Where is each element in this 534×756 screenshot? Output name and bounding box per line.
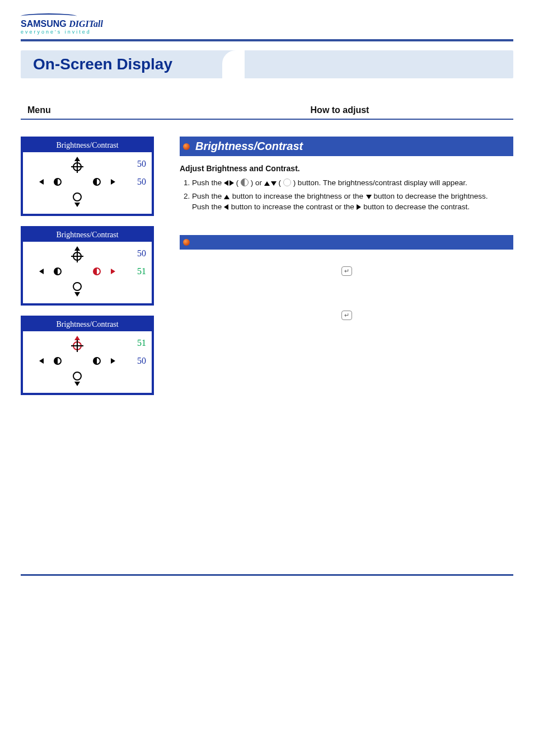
page-title: On-Screen Display — [21, 55, 172, 73]
bullet-icon — [183, 143, 190, 150]
column-header-howto: How to adjust — [166, 105, 513, 115]
instruction-steps: Push the ( ) or ( ) button. The brightne… — [180, 177, 513, 213]
triangle-right-icon — [229, 180, 234, 186]
brightness-low-icon — [73, 372, 82, 381]
osd-brightness-value: 50 — [126, 159, 146, 169]
triangle-up-icon — [264, 181, 270, 186]
brand-logo: SAMSUNG DIGITall everyone's invited — [21, 11, 513, 35]
osd-brightness-value: 50 — [126, 248, 146, 259]
osd-title: Brightness/Contrast — [23, 139, 152, 152]
instruction-step-1: Push the ( ) or ( ) button. The brightne… — [192, 177, 513, 189]
osd-contrast-value: 50 — [126, 177, 146, 187]
triangle-right-icon — [357, 204, 361, 210]
brightness-icon — [283, 179, 291, 186]
brightness-icon — [73, 341, 82, 350]
section-heading: Brightness/Contrast — [180, 137, 513, 156]
contrast-left-icon — [54, 267, 62, 275]
arrow-right-icon — [111, 179, 115, 185]
osd-title: Brightness/Contrast — [23, 318, 152, 331]
section-heading-blank — [180, 235, 513, 250]
osd-contrast-value: 51 — [126, 266, 146, 276]
contrast-left-icon — [54, 178, 62, 186]
section-subtitle: Adjust Brightness and Contrast. — [180, 164, 513, 173]
osd-panel-column: Brightness/Contrast 50 — [21, 137, 166, 395]
page-title-bar: On-Screen Display — [21, 50, 513, 78]
bullet-icon — [183, 239, 190, 246]
bottom-divider — [21, 574, 513, 576]
arrow-right-icon — [111, 269, 115, 274]
osd-panel: Brightness/Contrast 50 — [21, 226, 154, 306]
osd-contrast-value: 50 — [126, 356, 146, 366]
brightness-icon — [73, 162, 82, 171]
arrow-down-icon — [74, 292, 80, 297]
brightness-low-icon — [73, 282, 82, 291]
contrast-left-icon — [54, 357, 62, 365]
contrast-icon — [241, 179, 249, 186]
osd-panel: Brightness/Contrast 51 — [21, 316, 154, 395]
triangle-up-icon — [224, 195, 229, 199]
instructions-column: Brightness/Contrast Adjust Brightness an… — [180, 137, 513, 395]
triangle-left-icon — [224, 204, 228, 210]
triangle-left-icon — [224, 180, 228, 186]
contrast-right-icon — [93, 267, 101, 275]
triangle-down-icon — [271, 181, 277, 186]
top-divider — [21, 39, 513, 41]
brand-tagline: everyone's invited — [21, 29, 513, 35]
brightness-icon — [73, 252, 82, 261]
brand-secondary: DIGITall — [69, 19, 103, 29]
osd-brightness-value: 51 — [126, 338, 146, 348]
brightness-low-icon — [73, 192, 82, 201]
brand-swoosh-icon — [21, 11, 77, 19]
column-headers: Menu How to adjust — [21, 105, 513, 120]
arrow-right-icon — [111, 358, 115, 364]
arrow-left-icon — [39, 358, 44, 364]
arrow-left-icon — [39, 179, 44, 185]
triangle-down-icon — [366, 195, 372, 199]
contrast-right-icon — [93, 357, 101, 365]
enter-key-icon: ↵ — [341, 266, 352, 276]
enter-key-icon: ↵ — [341, 311, 352, 320]
section-title: Brightness/Contrast — [195, 140, 303, 152]
osd-title: Brightness/Contrast — [23, 228, 152, 242]
column-header-menu: Menu — [21, 105, 166, 115]
contrast-right-icon — [93, 178, 101, 186]
brand-primary: SAMSUNG — [21, 19, 67, 29]
instruction-step-2: Push the button to increase the brightne… — [192, 191, 513, 213]
arrow-down-icon — [74, 203, 80, 207]
osd-panel: Brightness/Contrast 50 — [21, 137, 154, 216]
arrow-down-icon — [74, 382, 80, 386]
arrow-left-icon — [39, 269, 44, 274]
